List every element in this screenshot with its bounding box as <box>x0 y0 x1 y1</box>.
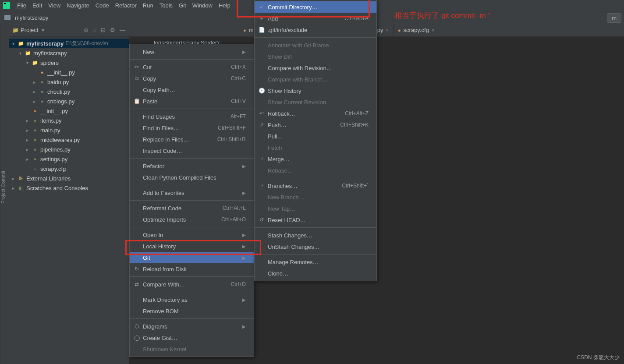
close-icon[interactable]: × <box>432 28 434 33</box>
menu-item-label: Remove BOM <box>143 308 246 315</box>
menu-item[interactable]: New▶ <box>130 46 254 57</box>
menu-item[interactable]: Inspect Code… <box>130 145 254 156</box>
menu-item[interactable]: ⬡Diagrams▶ <box>130 321 254 332</box>
menu-item-label: Refactor <box>143 163 242 170</box>
menu-item[interactable]: Open In▶ <box>130 229 254 240</box>
close-icon[interactable]: × <box>386 28 388 33</box>
menu-item[interactable]: Reformat CodeCtrl+Alt+L <box>130 202 254 214</box>
chevron-down-icon[interactable]: ▾ <box>42 27 45 33</box>
menu-navigate[interactable]: Navigate <box>64 2 92 9</box>
menu-item[interactable]: Find UsagesAlt+F7 <box>130 111 254 122</box>
breadcrumb-project[interactable]: myfirstscrapy <box>15 14 49 21</box>
menu-item[interactable]: Add to Favorites▶ <box>130 187 254 198</box>
menu-item[interactable]: ＋AddCtrl+Alt+A <box>255 13 376 24</box>
menu-item[interactable]: Stash Changes… <box>255 230 376 241</box>
menu-view[interactable]: View <box>45 2 64 9</box>
menu-item[interactable]: 📋PasteCtrl+V <box>130 95 254 107</box>
menu-code[interactable]: Code <box>92 2 112 9</box>
tree-folder[interactable]: ▾📁spiders <box>9 58 129 67</box>
menu-item[interactable]: 🕘Show History <box>255 85 376 96</box>
menu-item-label: Paste <box>143 98 231 105</box>
tree-file[interactable]: ▸●main.py <box>9 125 129 135</box>
tree-file[interactable]: ▸●baidu.py <box>9 77 129 87</box>
menu-item[interactable]: ↻Reload from Disk <box>130 263 254 275</box>
tree-file[interactable]: ●__init__.py <box>9 67 129 77</box>
menu-item-label: New Tag… <box>268 205 369 212</box>
menu-item[interactable]: ⧉CopyCtrl+C <box>130 73 254 84</box>
menu-git[interactable]: Git <box>176 2 189 9</box>
menu-item-label: Copy Path… <box>143 87 246 93</box>
menu-item: Compare with Branch… <box>255 74 376 85</box>
menu-item[interactable]: Remove BOM <box>130 305 254 317</box>
menu-item-icon: ⑂ <box>258 183 265 189</box>
folder-icon <box>4 15 11 20</box>
menu-item[interactable]: Find in Files…Ctrl+Shift+F <box>130 122 254 134</box>
menu-item[interactable]: ↗Push…Ctrl+Shift+K <box>255 119 376 131</box>
menu-item-shortcut: Ctrl+Shift+R <box>217 136 246 142</box>
left-gutter[interactable]: Project Commit <box>0 24 9 364</box>
tree-file[interactable]: ▸●chouti.py <box>9 87 129 96</box>
collapse-all-icon[interactable]: ⊟ <box>101 27 106 33</box>
menu-item-icon: ↻ <box>133 266 140 272</box>
menu-item[interactable]: Clone… <box>255 268 376 279</box>
menu-item-icon: ⧉ <box>133 75 140 81</box>
menu-item-icon: ✂ <box>133 64 140 70</box>
menu-item[interactable]: ⑂Merge… <box>255 153 376 165</box>
tree-root[interactable]: ▾📁myfirstscrapyE:\复试\08-crawl\n <box>9 39 129 48</box>
tree-file[interactable]: ●__init__.py <box>9 106 129 116</box>
editor-tab[interactable]: ●scrapy.cfg× <box>394 24 439 36</box>
menu-item: Annotate with Git Blame <box>255 39 376 51</box>
tree-file[interactable]: ≡scrapy.cfg <box>9 164 129 173</box>
select-opened-file-icon[interactable]: ⊕ <box>84 27 89 33</box>
menu-edit[interactable]: Edit <box>29 2 45 9</box>
menu-run[interactable]: Run <box>140 2 156 9</box>
tree-file[interactable]: ▸●pipelines.py <box>9 145 129 154</box>
context-menu: New▶✂CutCtrl+X⧉CopyCtrl+CCopy Path…📋Past… <box>129 44 254 357</box>
menu-item[interactable]: ⑂Branches…Ctrl+Shift+` <box>255 180 376 191</box>
hide-icon[interactable]: — <box>120 27 125 33</box>
menu-item: Show Diff <box>255 51 376 62</box>
menu-item-label: Clone… <box>268 270 369 277</box>
run-config-dropdown[interactable]: m <box>607 13 621 23</box>
project-title[interactable]: Project <box>21 27 38 33</box>
menu-item-label: Show Current Revision <box>268 99 369 106</box>
menu-item[interactable]: ↺Reset HEAD… <box>255 214 376 226</box>
menu-item[interactable]: Optimize ImportsCtrl+Alt+O <box>130 214 254 225</box>
menu-item-shortcut: Ctrl+C <box>231 75 246 81</box>
tree-file[interactable]: ▸●middlewares.py <box>9 135 129 145</box>
tree-external-libraries[interactable]: ▸⊪External Libraries <box>9 173 129 183</box>
menu-help[interactable]: Help <box>216 2 234 9</box>
menu-item[interactable]: Clean Python Compiled Files <box>130 172 254 183</box>
tree-scratches[interactable]: ▸◧Scratches and Consoles <box>9 183 129 193</box>
menu-item[interactable]: 📄.git/info/exclude <box>255 24 376 35</box>
menu-item[interactable]: Pull… <box>255 131 376 142</box>
settings-icon[interactable]: ⚙ <box>110 27 115 33</box>
menu-item[interactable]: ⇄Compare With…Ctrl+D <box>130 279 254 290</box>
menu-refactor[interactable]: Refactor <box>112 2 140 9</box>
menu-item[interactable]: Manage Remotes… <box>255 256 376 268</box>
tree-file[interactable]: ▸●settings.py <box>9 154 129 164</box>
menu-item[interactable]: Replace in Files…Ctrl+Shift+R <box>130 134 254 145</box>
tree-folder[interactable]: ▾📁myfirstscrapy <box>9 48 129 58</box>
menu-item[interactable]: ✂CutCtrl+X <box>130 61 254 73</box>
tree-file[interactable]: ▸●items.py <box>9 116 129 125</box>
menu-item[interactable]: Git▶ <box>130 252 254 263</box>
tree-file[interactable]: ▸●cnblogs.py <box>9 96 129 106</box>
menu-item[interactable]: Local History▶ <box>130 240 254 252</box>
menu-item-label: Reload from Disk <box>143 266 246 272</box>
menu-item[interactable]: ◯Create Gist… <box>130 332 254 343</box>
menu-item[interactable]: UnStash Changes… <box>255 241 376 252</box>
expand-all-icon[interactable]: ≡ <box>93 27 96 33</box>
menu-item[interactable]: ↶Rollback…Ctrl+Alt+Z <box>255 108 376 119</box>
menu-item[interactable]: Copy Path… <box>130 84 254 95</box>
menu-item[interactable]: Compare with Revision… <box>255 62 376 74</box>
menu-tools[interactable]: Tools <box>156 2 176 9</box>
menu-item-label: Replace in Files… <box>143 136 217 143</box>
menu-item-label: Mark Directory as <box>143 297 242 303</box>
menu-window[interactable]: Window <box>189 2 216 9</box>
menu-item[interactable]: Mark Directory as▶ <box>130 294 254 305</box>
menu-item[interactable]: ✓Commit Directory… <box>255 1 376 13</box>
menu-file[interactable]: File <box>14 2 29 9</box>
menu-item: Shutdown Kernel <box>130 343 254 355</box>
menu-item[interactable]: Refactor▶ <box>130 160 254 172</box>
